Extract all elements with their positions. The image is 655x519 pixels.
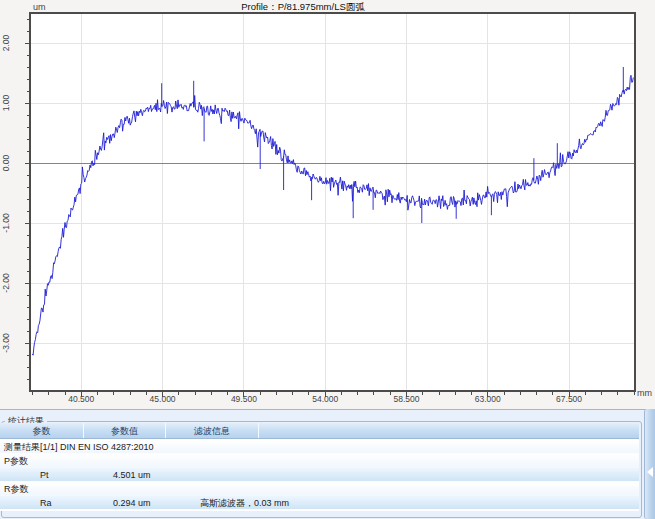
section-row[interactable]: P参数 <box>0 453 639 467</box>
column-header: 滤波信息 <box>166 423 259 438</box>
collapse-left-arrow-icon <box>647 467 653 477</box>
column-header: 参数 <box>0 423 84 438</box>
x-tick-label: 40.500 <box>68 394 94 404</box>
parameter-table: 参数参数值滤波信息测量结果[1/1] DIN EN ISO 4287:2010P… <box>0 423 639 511</box>
y-tick-label: 2.00 <box>1 34 11 51</box>
x-tick-label: 54.000 <box>312 394 338 404</box>
x-axis-unit-label: mm <box>637 388 652 398</box>
column-header: 参数值 <box>84 423 166 438</box>
parameter-table-header-row: 参数参数值滤波信息 <box>0 423 639 439</box>
x-tick-label: 49.500 <box>231 394 257 404</box>
section-row <box>0 509 639 511</box>
section-row[interactable]: R参数 <box>0 481 639 495</box>
profile-chart: 40.50045.00049.50054.00058.50063.00067.5… <box>0 0 655 409</box>
section-label: R参数 <box>0 482 639 495</box>
section-label <box>0 510 639 511</box>
profile-chart-area: 40.50045.00049.50054.00058.50063.00067.5… <box>0 0 655 409</box>
y-tick-label: -1.00 <box>1 213 11 233</box>
column-header <box>259 423 639 438</box>
parameter-row[interactable]: Ra0.294 um高斯滤波器，0.03 mm <box>0 495 639 509</box>
y-tick-label: -3.00 <box>1 333 11 353</box>
x-tick-label: 58.500 <box>393 394 419 404</box>
parameter-value: 0.294 um <box>84 496 166 509</box>
chart-title: Profile：P/81.975mm/LS圆弧 <box>241 1 365 12</box>
parameter-name: Ra <box>0 496 84 509</box>
x-tick-label: 45.000 <box>150 394 176 404</box>
section-label: P参数 <box>0 454 639 467</box>
section-label: 测量结果[1/1] DIN EN ISO 4287:2010 <box>0 440 639 453</box>
section-row[interactable]: 测量结果[1/1] DIN EN ISO 4287:2010 <box>0 439 639 453</box>
parameter-row[interactable]: Pt4.501 um <box>0 467 639 481</box>
y-tick-label: 0.00 <box>1 154 11 171</box>
y-axis-unit-label: um <box>33 2 46 12</box>
parameter-value: 4.501 um <box>84 468 166 481</box>
parameter-name: Pt <box>0 468 84 481</box>
filter-info <box>166 468 639 481</box>
x-tick-label: 67.500 <box>556 394 582 404</box>
y-tick-label: 1.00 <box>1 94 11 111</box>
statistics-panel: 统计结果 参数参数值滤波信息测量结果[1/1] DIN EN ISO 4287:… <box>0 409 655 519</box>
filter-info: 高斯滤波器，0.03 mm <box>166 496 639 509</box>
x-tick-label: 63.000 <box>475 394 501 404</box>
panel-splitter[interactable] <box>644 409 655 519</box>
y-tick-label: -2.00 <box>1 273 11 293</box>
